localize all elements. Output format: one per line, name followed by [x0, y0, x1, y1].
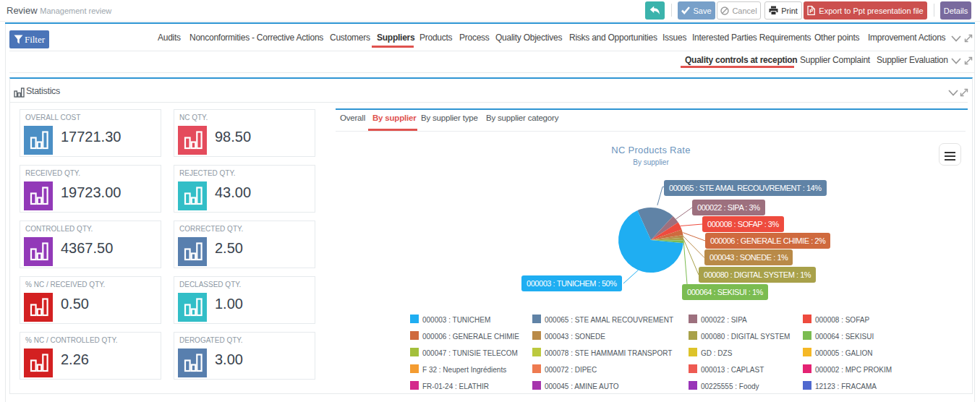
svg-text:P: P	[810, 8, 814, 14]
